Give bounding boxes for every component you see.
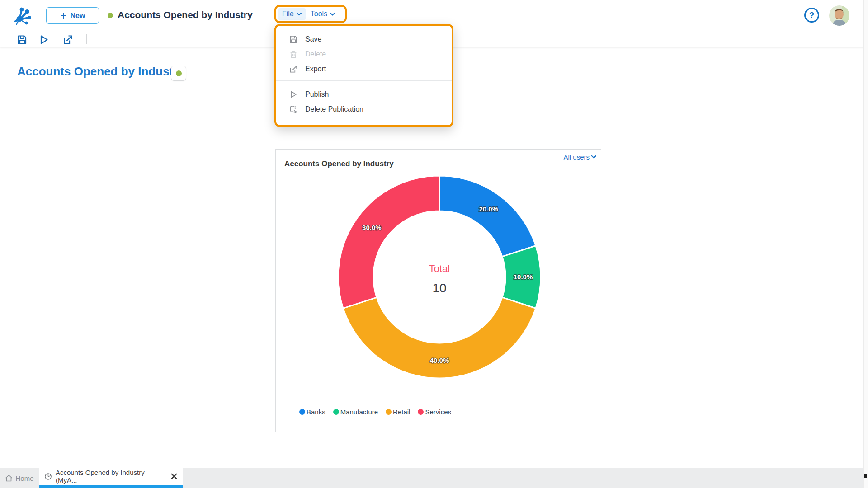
slice-percent-label: 10.0% — [514, 273, 533, 281]
menu-item-label: Save — [305, 35, 321, 43]
new-button[interactable]: New — [46, 7, 99, 24]
legend-label: Retail — [393, 408, 410, 416]
donut-center-value: 10 — [432, 281, 446, 295]
slice-percent-label: 40.0% — [430, 357, 449, 364]
page-title: Accounts Opened by Industry — [17, 65, 184, 79]
file-menu-dropdown: Save Delete Export Publish Delete Public… — [274, 24, 453, 127]
help-button[interactable]: ? — [804, 8, 819, 23]
export-icon[interactable] — [62, 34, 73, 45]
trash-icon — [289, 50, 298, 59]
menu-item-label: Delete Publication — [305, 105, 363, 113]
all-users-filter[interactable]: All users — [563, 153, 596, 161]
document-title: Accounts Opened by Industry — [118, 9, 253, 20]
status-badge-button[interactable] — [171, 66, 186, 81]
menu-item-label: Export — [305, 65, 326, 73]
tab-home-label: Home — [15, 474, 33, 482]
legend-label: Banks — [307, 408, 326, 416]
slice-percent-label: 20.0% — [479, 205, 498, 213]
donut-slice-banks[interactable] — [439, 176, 536, 257]
preview-icon[interactable] — [38, 34, 49, 45]
slice-percent-label: 30.0% — [362, 224, 382, 231]
home-icon — [5, 474, 13, 482]
save-icon[interactable] — [17, 34, 28, 45]
document-status-dot — [108, 13, 113, 18]
menu-item-label: Delete — [305, 50, 326, 58]
all-users-label: All users — [563, 153, 590, 161]
legend-item-retail[interactable]: Retail — [386, 408, 410, 416]
legend-item-services[interactable]: Services — [418, 408, 451, 416]
avatar-image — [829, 5, 849, 26]
app-logo-icon[interactable] — [12, 6, 32, 26]
close-icon[interactable] — [171, 473, 177, 479]
tools-menu-button[interactable]: Tools — [307, 8, 339, 20]
menubar-highlight: File Tools — [274, 5, 347, 23]
menu-item-save[interactable]: Save — [276, 32, 452, 47]
publish-icon — [289, 90, 298, 99]
help-question-icon: ? — [809, 10, 815, 20]
export-icon — [289, 65, 298, 74]
new-button-label: New — [71, 12, 85, 20]
donut-chart[interactable]: 20.0%10.0%40.0%30.0%Total10 — [335, 173, 543, 381]
tools-menu-label: Tools — [311, 10, 327, 18]
legend-label: Manufacture — [340, 408, 378, 416]
chevron-down-icon — [330, 13, 335, 16]
scrollbar-track[interactable] — [863, 0, 868, 488]
tab-active-document[interactable]: Accounts Opened by Industry (MyA... — [39, 467, 183, 485]
plus-icon — [60, 12, 67, 19]
tab-home[interactable]: Home — [0, 468, 39, 488]
save-icon — [289, 35, 298, 44]
status-dot — [176, 70, 182, 76]
menu-divider — [276, 80, 452, 81]
bottom-tab-bar: Home Accounts Opened by Industry (MyA... — [0, 468, 868, 488]
legend-dot — [299, 409, 305, 415]
chart-legend: BanksManufactureRetailServices — [299, 408, 451, 416]
donut-center-label: Total — [429, 263, 450, 274]
file-menu-label: File — [282, 10, 294, 18]
donut-slice-retail[interactable] — [343, 297, 536, 378]
chart-card: All users Accounts Opened by Industry 20… — [275, 149, 601, 432]
legend-label: Services — [425, 408, 451, 416]
scrollbar-thumb[interactable] — [864, 474, 867, 478]
legend-item-banks[interactable]: Banks — [299, 408, 326, 416]
pie-chart-icon — [44, 473, 52, 480]
menu-item-export[interactable]: Export — [276, 61, 452, 76]
chevron-down-icon — [297, 13, 302, 16]
menu-item-label: Publish — [305, 90, 329, 99]
menu-item-publish[interactable]: Publish — [276, 87, 452, 102]
menu-item-delete-publication[interactable]: Delete Publication — [276, 102, 452, 117]
user-avatar[interactable] — [829, 5, 849, 26]
menu-item-delete: Delete — [276, 47, 452, 61]
chevron-down-icon — [591, 155, 596, 159]
chart-title: Accounts Opened by Industry — [284, 160, 394, 169]
file-menu-button[interactable]: File — [278, 8, 306, 20]
active-tab-underline — [39, 485, 183, 488]
legend-dot — [386, 409, 392, 415]
toolbar-divider — [86, 34, 87, 44]
legend-dot — [333, 409, 339, 415]
donut-slice-services[interactable] — [338, 176, 439, 308]
tab-active-label: Accounts Opened by Industry (MyA... — [56, 469, 167, 484]
delete-publication-icon — [289, 105, 298, 114]
legend-dot — [418, 409, 424, 415]
legend-item-manufacture[interactable]: Manufacture — [333, 408, 378, 416]
